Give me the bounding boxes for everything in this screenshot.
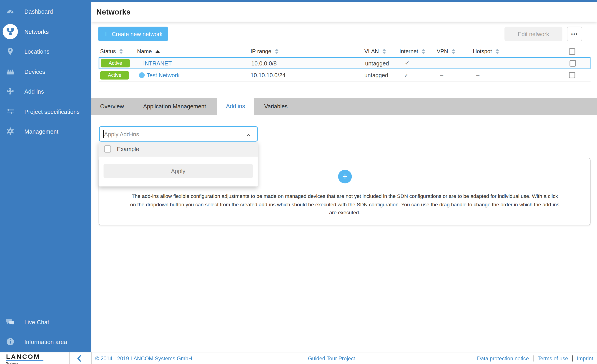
dropdown-placeholder: Apply Add-ins xyxy=(104,131,139,137)
tab-application-management[interactable]: Application Management xyxy=(143,98,206,115)
column-header-ip-range[interactable]: IP range xyxy=(250,48,364,54)
network-link[interactable]: Test Network xyxy=(147,72,180,78)
addins-description: The add-ins allow flexible configuration… xyxy=(104,192,585,217)
data-protection-link[interactable]: Data protection notice xyxy=(477,355,529,362)
sidebar-item-label: Live Chat xyxy=(24,319,49,325)
tab-overview[interactable]: Overview xyxy=(100,98,124,115)
sidebar-item-label: Dashboard xyxy=(24,8,53,15)
detail-tabbar: Overview Application Management Add ins … xyxy=(91,98,597,115)
logo-subtitle: Systems xyxy=(6,362,43,364)
hotspot-cell: – xyxy=(473,72,568,78)
ip-range-cell: 10.10.10.0/24 xyxy=(250,72,364,78)
table-header-row: Status Name IP range VLAN Internet VPN xyxy=(99,46,591,57)
lancom-logo[interactable]: LANCOM Systems xyxy=(6,354,43,364)
example-checkbox[interactable] xyxy=(104,145,111,153)
sidebar-item-networks[interactable]: Networks xyxy=(0,22,91,41)
text-cursor xyxy=(103,130,104,138)
ip-range-cell: 10.0.0.0/8 xyxy=(251,60,365,66)
column-header-hotspot[interactable]: Hotspot xyxy=(473,48,568,54)
app-viewport: Dashboard Networks Locations Devices Add xyxy=(0,0,597,364)
column-header-name[interactable]: Name xyxy=(136,48,250,54)
apply-button[interactable]: Apply xyxy=(104,164,253,178)
sort-icon[interactable] xyxy=(495,49,499,54)
page-header: Networks xyxy=(91,2,597,22)
edit-network-button[interactable]: Edit network xyxy=(504,27,562,41)
chevron-up-icon[interactable] xyxy=(246,132,251,137)
create-new-network-label: Create new network xyxy=(112,31,162,37)
tab-variables[interactable]: Variables xyxy=(264,98,288,115)
status-badge: Active xyxy=(101,59,130,68)
sort-ascending-icon[interactable] xyxy=(155,50,160,53)
vlan-cell: untagged xyxy=(365,60,400,66)
copyright-text: © 2014 - 2019 LANCOM Systems GmbH xyxy=(95,355,192,362)
sidebar-item-label: Devices xyxy=(24,68,45,75)
footer-divider xyxy=(69,352,70,364)
table-row-intranet[interactable]: Active INTRANET 10.0.0.0/8 untagged ✓ – … xyxy=(99,57,591,69)
addins-dropdown-panel: Example Apply xyxy=(99,141,258,186)
networks-table: Status Name IP range VLAN Internet VPN xyxy=(99,46,591,81)
sidebar-item-dashboard[interactable]: Dashboard xyxy=(0,2,91,21)
column-header-status[interactable]: Status xyxy=(99,48,136,54)
sidebar-item-devices[interactable]: Devices xyxy=(0,62,91,81)
tab-add-ins-label: Add ins xyxy=(217,97,254,115)
sidebar-item-management[interactable]: Management xyxy=(0,121,91,141)
status-badge: Active xyxy=(100,71,129,79)
footer: LANCOM Systems © 2014 - 2019 LANCOM Syst… xyxy=(0,352,597,364)
add-addin-button[interactable]: + xyxy=(338,170,352,183)
sort-icon[interactable] xyxy=(422,49,425,54)
project-name-link[interactable]: Guided Tour Project xyxy=(308,355,355,362)
vpn-cell: – xyxy=(437,72,473,78)
plus-icon: + xyxy=(342,171,348,182)
sidebar-item-live-chat[interactable]: Live Chat xyxy=(0,312,91,332)
sidebar-item-label: Networks xyxy=(24,28,49,35)
footer-link-divider xyxy=(533,355,534,362)
plus-icon: + xyxy=(104,30,109,38)
sidebar-item-label: Management xyxy=(24,128,58,134)
column-header-vpn[interactable]: VPN xyxy=(437,48,473,54)
select-all-checkbox[interactable] xyxy=(569,48,575,54)
info-icon xyxy=(3,334,18,349)
create-new-network-button[interactable]: + Create new network xyxy=(98,27,168,41)
row-select-cell xyxy=(569,60,591,66)
addins-icon xyxy=(3,84,18,99)
description-line: are executed. xyxy=(104,209,585,217)
management-icon xyxy=(3,124,18,139)
sidebar-item-locations[interactable]: Locations xyxy=(0,42,91,61)
network-color-dot-icon xyxy=(139,72,145,78)
footer-link-divider xyxy=(572,355,573,362)
terms-of-use-link[interactable]: Terms of use xyxy=(538,355,568,362)
sidebar-item-label: Locations xyxy=(24,48,50,54)
tab-add-ins[interactable]: Add ins xyxy=(217,97,254,120)
devices-icon xyxy=(3,64,18,79)
row-select-cell xyxy=(568,72,590,78)
column-header-internet[interactable]: Internet xyxy=(400,48,437,54)
status-cell: Active xyxy=(99,59,137,68)
imprint-link[interactable]: Imprint xyxy=(577,355,593,362)
footer-links: Data protection notice Terms of use Impr… xyxy=(477,355,593,362)
column-header-vlan[interactable]: VLAN xyxy=(364,48,400,54)
status-cell: Active xyxy=(99,71,136,79)
sidebar-item-label: Information area xyxy=(24,339,67,345)
sidebar-item-information-area[interactable]: Information area xyxy=(0,332,91,351)
footer-divider xyxy=(91,352,92,364)
apply-addins-dropdown-input[interactable]: Apply Add-ins xyxy=(99,126,258,141)
more-actions-button[interactable]: ••• xyxy=(567,27,582,41)
network-link[interactable]: INTRANET xyxy=(143,60,172,66)
sort-icon[interactable] xyxy=(275,49,278,54)
sidebar-item-add-ins[interactable]: Add ins xyxy=(0,81,91,101)
locations-icon xyxy=(3,44,18,59)
addin-option-example[interactable]: Example xyxy=(99,141,258,156)
name-cell: INTRANET xyxy=(137,60,251,66)
collapse-sidebar-button[interactable] xyxy=(75,354,84,363)
vlan-cell: untagged xyxy=(364,72,400,78)
sort-icon[interactable] xyxy=(451,49,455,54)
description-line: on the dropdown button you can select fr… xyxy=(104,200,585,209)
table-row-test-network[interactable]: Active Test Network 10.10.10.0/24 untagg… xyxy=(99,69,591,82)
sort-icon[interactable] xyxy=(382,49,386,54)
sort-icon[interactable] xyxy=(119,49,123,54)
row-checkbox[interactable] xyxy=(569,60,576,66)
live-chat-icon xyxy=(3,314,18,329)
sidebar-item-project-specifications[interactable]: Project specifications xyxy=(0,101,91,121)
example-label: Example xyxy=(117,146,139,152)
row-checkbox[interactable] xyxy=(569,72,575,78)
